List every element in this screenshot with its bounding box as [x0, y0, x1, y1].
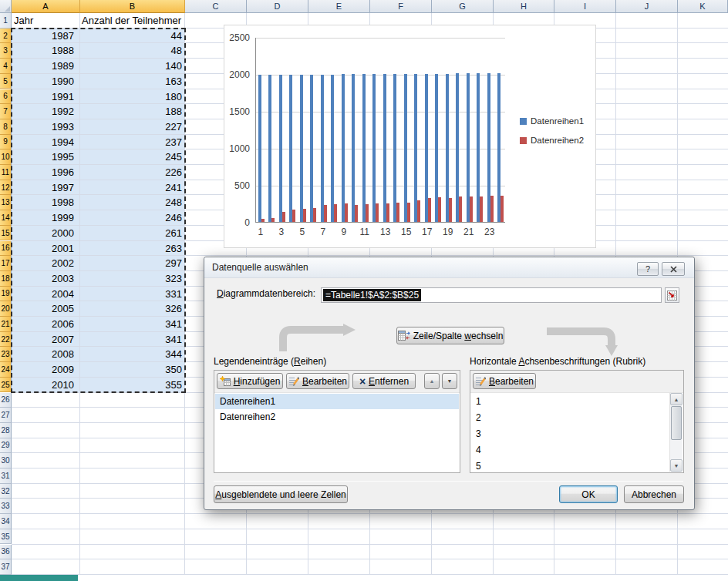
bar-Datenreihen1-6[interactable] — [310, 75, 313, 222]
cell-A22[interactable]: 2007 — [12, 332, 74, 348]
row-header-17[interactable]: 17 — [0, 256, 12, 271]
row-header-2[interactable]: 2 — [0, 29, 12, 44]
cell-B21[interactable]: 341 — [80, 317, 182, 332]
row-header-12[interactable]: 12 — [0, 180, 12, 196]
row-header-21[interactable]: 21 — [0, 317, 12, 332]
column-header-B[interactable]: B — [80, 0, 185, 13]
bar-Datenreihen1-3[interactable] — [279, 75, 282, 222]
row-header-28[interactable]: 28 — [0, 423, 12, 438]
legend-item[interactable]: Datenreihen1 — [520, 116, 584, 126]
bar-Datenreihen2-7[interactable] — [324, 205, 327, 222]
close-button[interactable] — [662, 262, 685, 276]
cell-B4[interactable]: 140 — [80, 59, 182, 74]
switch-row-column-button[interactable]: Zeile/Spalte wechseln — [396, 327, 504, 344]
row-header-6[interactable]: 6 — [0, 89, 12, 105]
column-header-K[interactable]: K — [678, 0, 728, 13]
axis-list-item[interactable]: 2 — [471, 410, 669, 426]
row-header-31[interactable]: 31 — [0, 468, 12, 484]
row-header-20[interactable]: 20 — [0, 301, 12, 317]
bar-Datenreihen1-12[interactable] — [372, 74, 376, 222]
bar-Datenreihen2-20[interactable] — [459, 196, 462, 222]
cell-A2[interactable]: 1987 — [12, 29, 74, 44]
row-header-30[interactable]: 30 — [0, 453, 12, 468]
row-header-13[interactable]: 13 — [0, 195, 12, 210]
bar-Datenreihen2-8[interactable] — [334, 204, 337, 222]
row-header-32[interactable]: 32 — [0, 484, 12, 499]
bar-Datenreihen1-15[interactable] — [404, 74, 407, 222]
cell-A16[interactable]: 2001 — [12, 241, 74, 257]
cell-B20[interactable]: 326 — [80, 301, 182, 317]
bar-Datenreihen1-2[interactable] — [268, 75, 271, 222]
cell-B13[interactable]: 248 — [80, 195, 182, 210]
bar-Datenreihen1-13[interactable] — [383, 74, 386, 222]
cell-B15[interactable]: 261 — [80, 226, 182, 241]
row-header-27[interactable]: 27 — [0, 408, 12, 423]
row-header-34[interactable]: 34 — [0, 514, 12, 529]
series-list-item[interactable]: Datenreihen1 — [215, 394, 459, 409]
scrollbar-thumb[interactable] — [671, 406, 682, 440]
cell-B10[interactable]: 245 — [80, 149, 182, 165]
cell-A10[interactable]: 1995 — [12, 149, 74, 165]
axis-list-item[interactable]: 4 — [471, 442, 669, 458]
cell-B14[interactable]: 246 — [80, 210, 182, 226]
bar-Datenreihen2-2[interactable] — [271, 218, 275, 222]
cell-A17[interactable]: 2002 — [12, 256, 74, 271]
cell-A21[interactable]: 2006 — [12, 317, 74, 332]
edit-axis-labels-button[interactable]: Bearbeiten — [473, 373, 536, 389]
cell-A8[interactable]: 1993 — [12, 119, 74, 135]
help-button[interactable]: ? — [637, 262, 659, 276]
row-header-3[interactable]: 3 — [0, 43, 12, 59]
axis-list-item[interactable]: 5 — [471, 458, 669, 472]
row-header-26[interactable]: 26 — [0, 393, 12, 408]
bar-Datenreihen1-4[interactable] — [289, 75, 292, 222]
cell-B1[interactable]: Anzahl der Teilnehmer — [82, 13, 185, 29]
cell-A25[interactable]: 2010 — [12, 378, 74, 393]
column-header-D[interactable]: D — [247, 0, 308, 13]
row-header-16[interactable]: 16 — [0, 241, 12, 257]
row-header-10[interactable]: 10 — [0, 149, 12, 165]
cell-B7[interactable]: 188 — [80, 104, 182, 119]
cell-A18[interactable]: 2003 — [12, 271, 74, 287]
row-header-1[interactable]: 1 — [0, 13, 12, 29]
axis-list-item[interactable]: 1 — [471, 394, 669, 410]
cell-A19[interactable]: 2004 — [12, 287, 74, 302]
column-header-J[interactable]: J — [616, 0, 678, 13]
cell-B18[interactable]: 323 — [80, 271, 182, 287]
column-header-C[interactable]: C — [185, 0, 247, 13]
row-header-18[interactable]: 18 — [0, 271, 12, 287]
cell-A11[interactable]: 1996 — [12, 165, 74, 180]
cell-A14[interactable]: 1999 — [12, 210, 74, 226]
bar-Datenreihen2-3[interactable] — [282, 212, 285, 222]
row-header-35[interactable]: 35 — [0, 529, 12, 545]
bar-Datenreihen2-6[interactable] — [313, 208, 316, 222]
bar-Datenreihen2-22[interactable] — [480, 196, 483, 222]
column-header-G[interactable]: G — [432, 0, 494, 13]
bar-Datenreihen2-12[interactable] — [376, 203, 379, 222]
move-down-button[interactable]: ▼ — [442, 373, 457, 389]
column-header-E[interactable]: E — [308, 0, 370, 13]
bar-Datenreihen1-11[interactable] — [362, 74, 366, 222]
row-header-23[interactable]: 23 — [0, 347, 12, 362]
bar-Datenreihen2-19[interactable] — [449, 198, 452, 222]
cell-B12[interactable]: 241 — [80, 180, 182, 196]
bar-Datenreihen1-7[interactable] — [321, 75, 324, 222]
bar-Datenreihen2-16[interactable] — [417, 200, 420, 223]
cell-A9[interactable]: 1994 — [12, 135, 74, 150]
row-header-14[interactable]: 14 — [0, 210, 12, 226]
cell-B24[interactable]: 350 — [80, 362, 182, 378]
bar-Datenreihen1-5[interactable] — [300, 75, 303, 222]
select-all-button[interactable] — [0, 0, 12, 13]
edit-series-button[interactable]: Bearbeiten — [286, 373, 349, 389]
scroll-down-button[interactable]: ▼ — [670, 459, 682, 472]
bar-Datenreihen2-5[interactable] — [303, 209, 306, 222]
bar-Datenreihen2-1[interactable] — [261, 219, 265, 222]
cell-B19[interactable]: 331 — [80, 287, 182, 302]
remove-series-button[interactable]: × Entfernen — [352, 373, 416, 389]
row-header-22[interactable]: 22 — [0, 332, 12, 348]
cell-A4[interactable]: 1989 — [12, 59, 74, 74]
chart[interactable]: 050010001500200025001357911131517192123D… — [224, 25, 596, 248]
bar-Datenreihen1-1[interactable] — [258, 75, 261, 222]
add-series-button[interactable]: Hinzufügen — [217, 373, 283, 389]
bar-Datenreihen2-15[interactable] — [407, 203, 410, 222]
bar-Datenreihen2-23[interactable] — [490, 196, 494, 222]
